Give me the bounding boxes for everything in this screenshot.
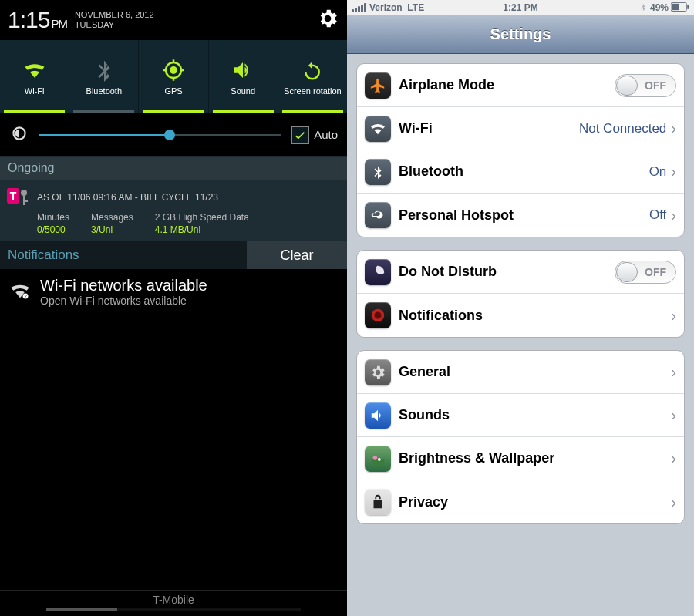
airplane-toggle[interactable]: OFF: [615, 74, 676, 97]
chevron-right-icon: ›: [671, 493, 676, 511]
svg-point-13: [373, 456, 378, 460]
tmobile-icon: T: [5, 183, 34, 212]
brightness-row: Auto: [0, 113, 347, 157]
page-title: Settings: [490, 25, 551, 43]
notifications-icon: [365, 302, 391, 328]
toggle-sound[interactable]: Sound: [209, 40, 278, 113]
brightness-wallpaper-icon: [365, 446, 391, 472]
row-hotspot[interactable]: Personal Hotspot Off ›: [357, 194, 684, 237]
svg-point-11: [374, 311, 381, 318]
brightness-slider[interactable]: [39, 127, 281, 143]
bluetooth-value: On: [649, 164, 667, 180]
bluetooth-icon: [365, 159, 391, 185]
quick-toggles: Wi-Fi Bluetooth GPS Sound Screen rotatio…: [0, 40, 347, 113]
status-time: 1:21 PM: [503, 2, 537, 13]
wifi-icon: [365, 116, 391, 142]
clear-button[interactable]: Clear: [247, 241, 347, 269]
network-type: LTE: [407, 2, 424, 13]
ios-status-bar: Verizon LTE 1:21 PM 49%: [347, 0, 694, 15]
chevron-right-icon: ›: [671, 207, 676, 224]
settings-button[interactable]: [316, 7, 339, 33]
chevron-right-icon: ›: [671, 119, 676, 137]
row-brightness[interactable]: Brightness & Wallpaper ›: [357, 437, 684, 480]
row-general[interactable]: General ›: [357, 351, 684, 394]
signal-icon: [352, 3, 366, 12]
chevron-right-icon: ›: [671, 406, 676, 424]
row-sounds[interactable]: Sounds ›: [357, 394, 684, 437]
battery-icon: [671, 2, 689, 14]
status-time: 1:15PM: [8, 7, 67, 33]
ongoing-header: Ongoing: [0, 157, 347, 180]
chevron-right-icon: ›: [671, 307, 676, 325]
gps-icon: [162, 59, 185, 82]
row-bluetooth[interactable]: Bluetooth On ›: [357, 150, 684, 194]
hotspot-icon: [365, 202, 391, 228]
usage-title: AS OF 11/06 09:16 AM - BILL CYCLE 11/23: [37, 192, 218, 203]
notifications-header: Notifications: [0, 241, 247, 269]
settings-group-1: Airplane Mode OFF Wi-Fi Not Connected › …: [356, 63, 685, 237]
svg-point-14: [378, 458, 381, 461]
android-notification-panel: 1:15PM NOVEMBER 6, 2012 TUESDAY Wi-Fi Bl…: [0, 0, 347, 616]
svg-rect-3: [23, 194, 25, 205]
row-airplane-mode[interactable]: Airplane Mode OFF: [357, 64, 684, 107]
settings-group-2: Do Not Disturb OFF Notifications ›: [356, 250, 685, 338]
stat-messages: Messages3/Unl: [91, 212, 133, 235]
android-status-bar: 1:15PM NOVEMBER 6, 2012 TUESDAY: [0, 0, 347, 40]
privacy-icon: [365, 489, 391, 515]
toggle-rotation[interactable]: Screen rotation: [278, 40, 347, 113]
ios-settings: Verizon LTE 1:21 PM 49% Settings Airplan…: [347, 0, 694, 616]
chevron-right-icon: ›: [671, 449, 676, 467]
battery-percent: 49%: [650, 2, 669, 13]
row-privacy[interactable]: Privacy ›: [357, 480, 684, 523]
carrier-usage-card[interactable]: T AS OF 11/06 09:16 AM - BILL CYCLE 11/2…: [0, 180, 347, 241]
notification-title: Wi-Fi networks available: [40, 277, 207, 295]
toggle-bluetooth[interactable]: Bluetooth: [69, 40, 139, 113]
wifi-value: Not Connected: [579, 121, 666, 136]
dnd-toggle[interactable]: OFF: [615, 261, 676, 284]
svg-rect-12: [372, 459, 385, 465]
sounds-icon: [365, 402, 391, 429]
row-notifications[interactable]: Notifications ›: [357, 294, 684, 337]
row-dnd[interactable]: Do Not Disturb OFF: [357, 251, 684, 294]
rotation-icon: [301, 59, 324, 82]
wifi-icon: [23, 59, 46, 82]
svg-rect-8: [672, 3, 679, 9]
bluetooth-status-icon: [639, 2, 647, 14]
wifi-open-icon: ?: [9, 280, 31, 305]
bluetooth-icon: [93, 59, 116, 82]
toggle-wifi[interactable]: Wi-Fi: [0, 40, 69, 113]
general-icon: [365, 359, 391, 385]
stat-data: 2 GB High Speed Data4.1 MB/Unl: [155, 212, 249, 235]
sound-icon: [231, 59, 254, 82]
gear-icon: [316, 7, 339, 30]
chevron-right-icon: ›: [671, 163, 676, 180]
chevron-right-icon: ›: [671, 363, 676, 381]
settings-header: Settings: [347, 15, 694, 54]
settings-group-3: General › Sounds › Brightness & Wallpape…: [356, 350, 685, 524]
hotspot-value: Off: [649, 207, 666, 223]
carrier-name: Verizon: [369, 2, 403, 13]
carrier-footer: T-Mobile: [0, 590, 347, 616]
stat-minutes: Minutes0/5000: [37, 212, 69, 235]
dnd-icon: [365, 259, 391, 285]
notification-item[interactable]: ? Wi-Fi networks available Open Wi-Fi ne…: [0, 269, 347, 315]
auto-brightness-checkbox[interactable]: Auto: [291, 126, 338, 144]
svg-rect-9: [687, 5, 689, 9]
notification-subtitle: Open Wi-Fi networks available: [40, 295, 207, 307]
airplane-icon: [365, 72, 391, 99]
row-wifi[interactable]: Wi-Fi Not Connected ›: [357, 107, 684, 150]
svg-rect-4: [23, 200, 28, 202]
svg-text:T: T: [10, 190, 17, 202]
status-date: NOVEMBER 6, 2012 TUESDAY: [75, 10, 154, 30]
toggle-gps[interactable]: GPS: [139, 40, 208, 113]
brightness-icon: [9, 123, 29, 146]
